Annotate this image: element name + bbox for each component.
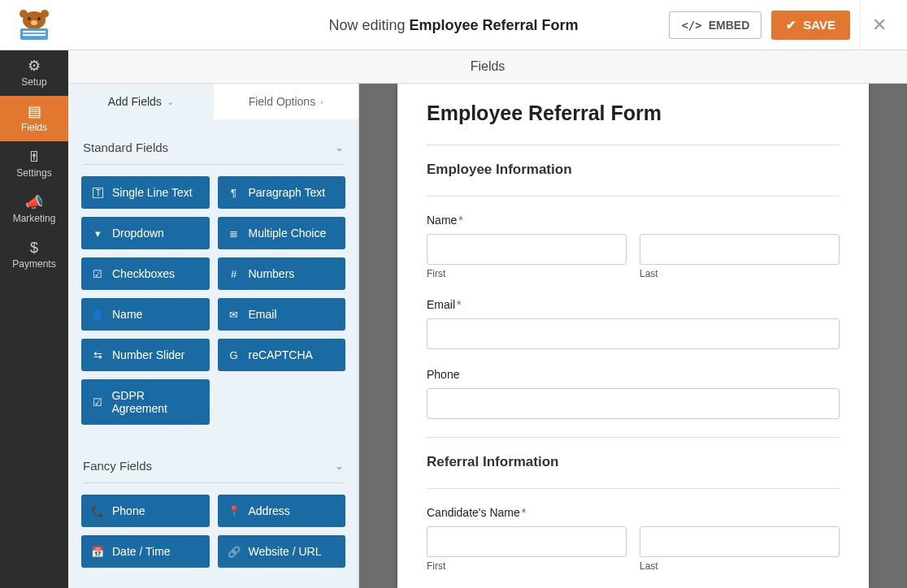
field-type-single-line-text[interactable]: 🅃Single Line Text: [81, 176, 210, 209]
svg-point-5: [31, 20, 37, 25]
hash-icon: #: [228, 268, 241, 280]
fields-icon: ▤: [28, 104, 41, 119]
pin-icon: 📍: [228, 505, 241, 517]
save-button[interactable]: ✔ SAVE: [771, 11, 850, 40]
chevron-down-icon: ⌄: [335, 141, 344, 153]
embed-button[interactable]: </> EMBED: [669, 11, 762, 39]
fields-panel: Add Fields ⌄ Field Options › Standard Fi…: [68, 84, 359, 588]
field-type-paragraph-text[interactable]: ¶Paragraph Text: [218, 176, 346, 209]
field-type-label: Single Line Text: [112, 186, 193, 199]
tab-field-options[interactable]: Field Options ›: [214, 84, 359, 119]
field-type-numbers[interactable]: #Numbers: [218, 257, 346, 290]
field-type-label: GDPR Agreement: [111, 389, 199, 415]
field-name[interactable]: Name* First Last: [427, 213, 840, 279]
check-icon: ☑: [91, 268, 104, 280]
field-email[interactable]: Email*: [427, 297, 840, 349]
close-button[interactable]: ✕: [860, 0, 897, 50]
paragraph-icon: ¶: [228, 187, 241, 199]
field-type-dropdown[interactable]: ▾Dropdown: [81, 217, 210, 249]
nav-marketing[interactable]: 📣 Marketing: [0, 187, 68, 232]
embed-label: EMBED: [709, 19, 750, 32]
field-type-address[interactable]: 📍Address: [218, 495, 346, 527]
field-type-label: Name: [112, 308, 142, 321]
nav-fields[interactable]: ▤ Fields: [0, 96, 68, 141]
field-phone[interactable]: Phone: [427, 367, 840, 419]
panel-tabs: Add Fields ⌄ Field Options ›: [68, 84, 358, 119]
megaphone-icon: 📣: [25, 195, 43, 210]
field-type-name[interactable]: 👤Name: [81, 298, 210, 331]
field-type-label: Numbers: [249, 267, 295, 280]
candidate-last-name-input[interactable]: [640, 526, 840, 557]
field-type-label: Number Slider: [112, 348, 184, 361]
field-type-website-url[interactable]: 🔗Website / URL: [218, 535, 346, 568]
field-type-label: Paragraph Text: [249, 186, 326, 199]
preview-area: Employee Referral Form Employee Informat…: [359, 84, 907, 588]
chevron-down-icon: ⌄: [335, 460, 344, 472]
candidate-first-name-input[interactable]: [427, 526, 627, 557]
save-label: SAVE: [803, 18, 835, 32]
mail-icon: ✉: [228, 309, 241, 321]
calendar-icon: 📅: [91, 546, 104, 558]
field-type-label: Email: [249, 308, 277, 321]
field-type-label: Date / Time: [112, 545, 171, 558]
field-type-checkboxes[interactable]: ☑Checkboxes: [81, 257, 210, 290]
left-nav: ⚙ Setup ▤ Fields 🎚 Settings 📣 Marketing …: [0, 50, 68, 588]
gdpr-icon: ☑: [91, 396, 103, 409]
field-type-label: Phone: [112, 504, 145, 517]
field-type-label: Checkboxes: [112, 267, 175, 280]
now-editing-label: Now editing Employee Referral Form: [328, 16, 578, 33]
field-candidate-name[interactable]: Candidate's Name* First Last: [427, 505, 840, 572]
phone-icon: 📞: [91, 505, 104, 517]
person-icon: 👤: [91, 309, 104, 321]
fields-scroll[interactable]: Standard Fields ⌄ 🅃Single Line Text¶Para…: [68, 119, 358, 588]
field-type-label: Multiple Choice: [249, 227, 327, 240]
dropdown-icon: ▾: [91, 227, 104, 240]
section-employee-info: Employee Information: [427, 162, 840, 178]
svg-point-4: [37, 17, 41, 20]
dollar-icon: $: [30, 240, 38, 255]
chevron-right-icon: ›: [320, 97, 323, 106]
list-icon: ≣: [228, 227, 241, 240]
form-title: Employee Referral Form: [409, 16, 578, 32]
recaptcha-icon: G: [228, 349, 241, 361]
field-type-email[interactable]: ✉Email: [218, 298, 346, 331]
slider-icon: ⇆: [91, 349, 104, 361]
employee-email-input[interactable]: [427, 318, 840, 349]
group-fancy-fields[interactable]: Fancy Fields ⌄: [68, 447, 358, 481]
preview-scroll[interactable]: Employee Referral Form Employee Informat…: [359, 84, 907, 588]
form-heading: Employee Referral Form: [427, 102, 840, 125]
group-standard-fields[interactable]: Standard Fields ⌄: [68, 129, 358, 162]
app-logo: [0, 9, 68, 41]
svg-rect-7: [23, 31, 46, 32]
employee-last-name-input[interactable]: [640, 234, 840, 265]
field-type-date-time[interactable]: 📅Date / Time: [81, 535, 210, 568]
nav-settings[interactable]: 🎚 Settings: [0, 141, 68, 187]
svg-rect-8: [23, 34, 46, 36]
svg-point-3: [28, 17, 31, 20]
field-type-gdpr-agreement[interactable]: ☑GDPR Agreement: [81, 379, 210, 425]
sliders-icon: 🎚: [27, 149, 41, 164]
field-type-label: Dropdown: [112, 227, 164, 240]
employee-phone-input[interactable]: [427, 388, 840, 419]
field-type-recaptcha[interactable]: GreCAPTCHA: [218, 339, 346, 371]
nav-payments[interactable]: $ Payments: [0, 232, 68, 278]
field-type-label: Website / URL: [249, 545, 322, 558]
field-type-label: Address: [249, 504, 290, 517]
wpforms-logo-icon: [15, 9, 54, 41]
chevron-down-icon: ⌄: [167, 97, 174, 107]
nav-setup[interactable]: ⚙ Setup: [0, 50, 68, 96]
section-title-fields: Fields: [68, 50, 907, 84]
check-icon: ✔: [786, 18, 796, 32]
field-type-label: reCAPTCHA: [249, 348, 313, 361]
code-icon: </>: [681, 19, 701, 32]
employee-first-name-input[interactable]: [427, 234, 627, 265]
form-paper: Employee Referral Form Employee Informat…: [397, 84, 869, 588]
field-type-phone[interactable]: 📞Phone: [81, 495, 210, 527]
tab-add-fields[interactable]: Add Fields ⌄: [68, 84, 214, 119]
link-icon: 🔗: [228, 546, 241, 558]
field-type-multiple-choice[interactable]: ≣Multiple Choice: [218, 217, 346, 249]
gear-icon: ⚙: [28, 58, 41, 73]
text-icon: 🅃: [91, 187, 104, 199]
field-type-number-slider[interactable]: ⇆Number Slider: [81, 339, 210, 371]
close-icon: ✕: [872, 15, 887, 36]
